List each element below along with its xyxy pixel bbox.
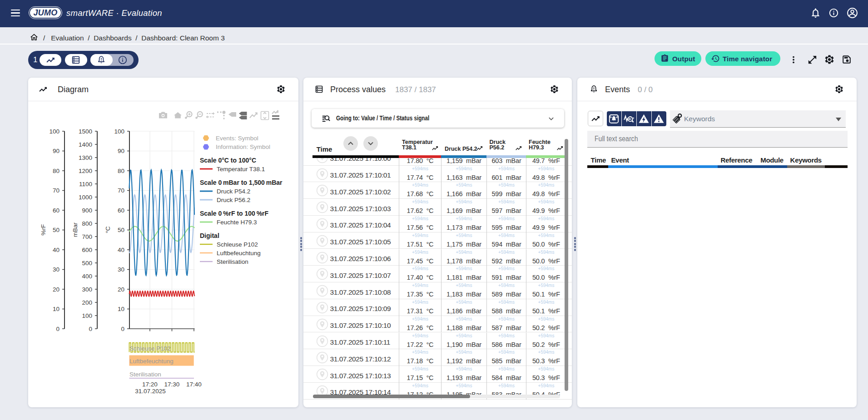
svg-text:40: 40 — [118, 247, 124, 253]
svg-text:80: 80 — [53, 168, 60, 174]
svg-text:Information: Symbol: Information: Symbol — [216, 143, 270, 150]
svg-text:°C: °C — [104, 226, 111, 233]
svg-text:70: 70 — [53, 187, 60, 194]
svg-text:1300: 1300 — [79, 154, 92, 161]
svg-text:60: 60 — [118, 207, 124, 214]
svg-text:1200: 1200 — [79, 168, 92, 174]
svg-text:Feuchte H79.3: Feuchte H79.3 — [217, 219, 257, 226]
svg-text:Sterilisation: Sterilisation — [129, 371, 161, 378]
svg-text:Schleuse P102: Schleuse P102 — [217, 241, 258, 248]
svg-text:1400: 1400 — [79, 141, 92, 148]
svg-text:0: 0 — [121, 326, 124, 332]
svg-text:200: 200 — [82, 299, 92, 306]
svg-text:Scale 0 mBar to 1,500 mBar: Scale 0 mBar to 1,500 mBar — [200, 179, 283, 186]
svg-text:17:30: 17:30 — [164, 381, 180, 388]
svg-text:17:20: 17:20 — [142, 381, 158, 388]
svg-text:Schleuse P102: Schleuse P102 — [129, 345, 171, 352]
svg-text:31.07.2025: 31.07.2025 — [135, 388, 166, 395]
svg-text:Druck P54.2: Druck P54.2 — [217, 188, 250, 195]
svg-text:%rF: %rF — [40, 224, 47, 236]
svg-text:900: 900 — [82, 207, 92, 214]
svg-text:800: 800 — [82, 220, 92, 227]
svg-text:1000: 1000 — [79, 194, 92, 201]
svg-text:70: 70 — [118, 187, 124, 194]
svg-text:Scale 0 %rF to 100 %rF: Scale 0 %rF to 100 %rF — [200, 210, 269, 217]
svg-text:Scale 0°C to 100°C: Scale 0°C to 100°C — [200, 157, 256, 164]
svg-text:50: 50 — [118, 227, 124, 233]
svg-text:Sterilisation: Sterilisation — [217, 258, 248, 265]
svg-text:Temperatur T38.1: Temperatur T38.1 — [217, 166, 265, 173]
svg-text:Luftbefeuchtung: Luftbefeuchtung — [217, 250, 261, 257]
svg-text:400: 400 — [82, 273, 92, 280]
svg-text:1500: 1500 — [79, 128, 92, 135]
svg-text:600: 600 — [82, 247, 92, 253]
svg-text:1100: 1100 — [79, 181, 92, 188]
svg-text:500: 500 — [82, 260, 92, 267]
svg-text:20: 20 — [53, 286, 60, 293]
svg-text:40: 40 — [53, 247, 60, 253]
svg-text:60: 60 — [53, 207, 60, 214]
svg-text:80: 80 — [118, 168, 124, 174]
svg-text:Druck P56.2: Druck P56.2 — [217, 197, 250, 203]
svg-text:300: 300 — [82, 286, 92, 293]
svg-text:100: 100 — [49, 128, 60, 135]
svg-text:0: 0 — [89, 326, 92, 332]
svg-text:50: 50 — [53, 227, 60, 233]
svg-text:17:40: 17:40 — [186, 381, 202, 388]
svg-text:mBar: mBar — [72, 222, 79, 237]
svg-text:Luftbefeuchtung: Luftbefeuchtung — [129, 358, 174, 365]
svg-text:20: 20 — [118, 286, 124, 293]
svg-text:90: 90 — [53, 148, 60, 154]
svg-text:700: 700 — [82, 233, 92, 240]
svg-text:100: 100 — [82, 312, 92, 319]
svg-text:Digital: Digital — [200, 232, 219, 239]
svg-text:Events: Symbol: Events: Symbol — [216, 135, 258, 142]
svg-text:90: 90 — [118, 148, 124, 154]
svg-text:30: 30 — [53, 266, 60, 273]
svg-text:10: 10 — [118, 306, 124, 312]
svg-text:30: 30 — [118, 266, 124, 273]
svg-text:10: 10 — [53, 306, 60, 312]
svg-text:100: 100 — [114, 128, 124, 135]
svg-text:0: 0 — [56, 326, 60, 332]
